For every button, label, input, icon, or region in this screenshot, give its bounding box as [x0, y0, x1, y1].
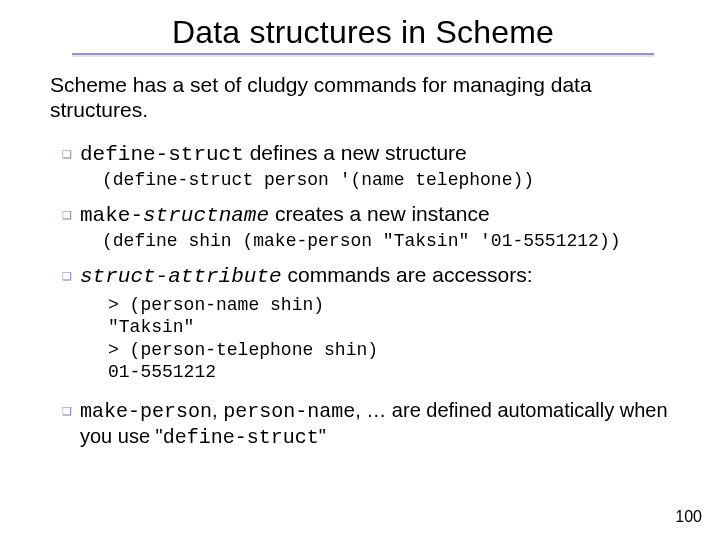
example-accessors: > (person-name shin) "Taksin" > (person-… — [108, 294, 686, 384]
sep: , — [212, 399, 223, 421]
code-person-name: person-name — [223, 400, 355, 423]
page-number: 100 — [675, 508, 702, 526]
example-make-person: (define shin (make-person "Taksin" '01-5… — [102, 231, 686, 251]
tail-text: commands are accessors: — [282, 263, 533, 286]
bullet-accessors: ❑ struct-attribute commands are accessor… — [62, 263, 686, 288]
tail-text: creates a new instance — [269, 202, 490, 225]
bullet-auto-defined: ❑ make-person, person-name, … are define… — [62, 398, 686, 450]
example-define-struct: (define-struct person '(name telephone)) — [102, 170, 686, 190]
tail-text: defines a new structure — [244, 141, 467, 164]
title-underline — [72, 53, 653, 55]
bullet-text: make-structname creates a new instance — [80, 202, 490, 227]
code-struct-attribute: struct-attribute — [80, 265, 282, 288]
bullet-square-icon: ❑ — [62, 149, 72, 160]
bullet-square-icon: ❑ — [62, 271, 72, 282]
code-make-person: make-person — [80, 400, 212, 423]
page-title: Data structures in Scheme — [40, 14, 686, 51]
code-make: make- — [80, 204, 143, 227]
bullet-define-struct: ❑ define-struct defines a new structure — [62, 141, 686, 166]
bullet-text: struct-attribute commands are accessors: — [80, 263, 533, 288]
code-define-struct: define-struct — [80, 143, 244, 166]
bullet-text: make-person, person-name, … are defined … — [80, 398, 686, 450]
lead-paragraph: Scheme has a set of cludgy commands for … — [50, 73, 686, 123]
bullet-square-icon: ❑ — [62, 406, 72, 417]
bullet-square-icon: ❑ — [62, 210, 72, 221]
end-quote: " — [319, 425, 326, 447]
slide: Data structures in Scheme Scheme has a s… — [0, 0, 720, 540]
bullet-list: ❑ define-struct defines a new structure … — [62, 141, 686, 450]
code-define-struct-ref: define-struct — [163, 426, 319, 449]
bullet-make-struct: ❑ make-structname creates a new instance — [62, 202, 686, 227]
code-structname: structname — [143, 204, 269, 227]
bullet-text: define-struct defines a new structure — [80, 141, 467, 166]
